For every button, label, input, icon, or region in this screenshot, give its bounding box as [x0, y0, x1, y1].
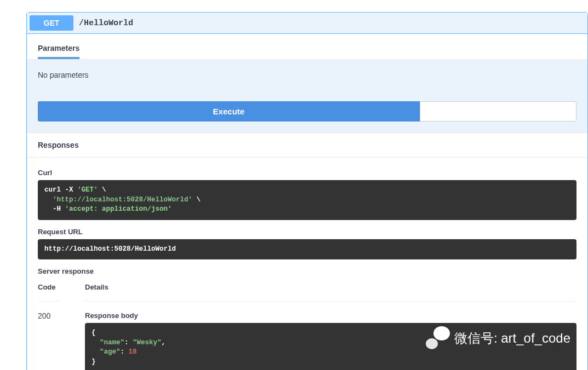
- clear-button[interactable]: [420, 101, 576, 122]
- curl-text: \: [98, 186, 106, 194]
- no-parameters-text: No parameters: [38, 71, 89, 79]
- json-key: "name": [100, 339, 124, 346]
- response-table: Code 200 Details Response body { "name":…: [38, 283, 576, 370]
- json-number: 18: [129, 348, 137, 356]
- curl-header: 'accept: application/json': [65, 205, 172, 213]
- curl-text: \: [192, 196, 201, 204]
- http-method-badge: GET: [30, 15, 73, 31]
- json-key: "age": [100, 348, 121, 356]
- endpoint-path: /HelloWorld: [79, 19, 133, 28]
- server-response-label: Server response: [38, 267, 576, 275]
- responses-heading: Responses: [27, 132, 587, 158]
- tabs-bar: Parameters: [27, 34, 587, 60]
- operation-summary[interactable]: GET /HelloWorld: [27, 13, 587, 34]
- request-url-label: Request URL: [38, 228, 576, 236]
- json-string: "Wesky": [133, 339, 162, 346]
- parameters-section: No parameters: [27, 60, 587, 90]
- details-column-header: Details: [85, 283, 576, 302]
- response-body-content[interactable]: { "name": "Wesky", "age": 18 }: [85, 323, 576, 370]
- curl-method: 'GET': [77, 186, 98, 194]
- responses-body: Curl curl -X 'GET' \ 'http://localhost:5…: [27, 158, 587, 370]
- response-body-label: Response body: [85, 311, 576, 320]
- tab-parameters[interactable]: Parameters: [38, 39, 79, 59]
- curl-label: Curl: [38, 169, 576, 177]
- curl-text: -H: [44, 205, 65, 213]
- response-status-code: 200: [38, 311, 60, 320]
- json-brace: }: [92, 358, 96, 366]
- curl-text: curl -X: [44, 186, 77, 194]
- operation-body: Parameters No parameters Execute Respons…: [27, 34, 587, 370]
- execute-button[interactable]: Execute: [38, 101, 420, 122]
- execute-row: Execute: [27, 90, 587, 132]
- json-brace: {: [92, 329, 96, 337]
- curl-command[interactable]: curl -X 'GET' \ 'http://localhost:5028/H…: [38, 180, 576, 220]
- operation-block: GET /HelloWorld Parameters No parameters…: [26, 12, 588, 370]
- curl-url: 'http://localhost:5028/HelloWorld': [44, 196, 192, 204]
- request-url-value[interactable]: http://localhost:5028/HelloWorld: [38, 239, 576, 260]
- code-column-header: Code: [38, 283, 60, 302]
